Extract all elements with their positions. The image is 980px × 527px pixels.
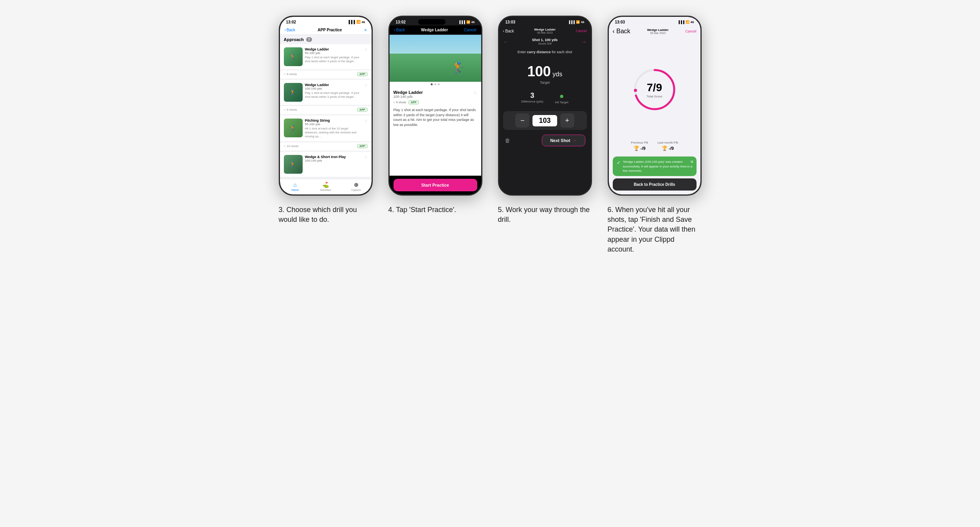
time-2: 13:02 — [396, 20, 406, 24]
wifi-icon-4: 📶 — [686, 20, 689, 24]
shot-label: Shot 1, 100 yds — [532, 38, 558, 42]
drill-item-3[interactable]: 🏌️ Pitching String 55-100 yds Hit 1 shot… — [280, 115, 372, 142]
next-shot-arrow[interactable]: → — [581, 39, 587, 45]
screen2-shots: 9 shots — [396, 101, 406, 104]
tab-activities-label: Activities — [320, 189, 331, 191]
last-month-pb-val: 🏆 -/9 — [662, 146, 674, 151]
screen3-header-bar: ‹ Back Wedge Ladder 06 Mar 2023 Cancel — [499, 25, 591, 36]
drill-name-1: Wedge Ladder — [305, 47, 362, 51]
back-button-1[interactable]: ‹ Back — [285, 28, 296, 32]
drill-thumb-3: 🏌️ — [284, 119, 303, 137]
check-icon: ✓ — [617, 160, 621, 165]
dot-2 — [434, 83, 436, 85]
back-button-3[interactable]: ‹ Back — [503, 29, 514, 33]
next-shot-label: Next Shot — [550, 138, 570, 143]
decrement-button[interactable]: − — [515, 113, 529, 128]
cancel-button-2[interactable]: Cancel — [464, 28, 476, 32]
delete-button[interactable]: 🗑 — [505, 137, 510, 144]
screen2-desc: Play 1 shot at each target yardage. If y… — [393, 108, 477, 127]
screen2-shots-row: ○ 9 shots APP — [393, 100, 477, 104]
stat-diff-val: 3 — [530, 92, 534, 100]
tab-home[interactable]: ⌂ Home — [280, 182, 310, 191]
screen3-drill-title: Wedge Ladder — [514, 28, 576, 31]
shot-nav-bar: ← Shot 1, 100 yds Score 5/9 → — [499, 36, 591, 47]
screen3-content: Enter carry distance for each shot 100 y… — [499, 47, 591, 194]
caption-4: 6. When you've hit all your shots, tap '… — [608, 205, 702, 254]
dot-3 — [438, 83, 440, 85]
screen2-info: Wedge Ladder 100-140 yds ☆ ○ 9 shots APP… — [390, 87, 481, 176]
back-button-2[interactable]: ‹ Back — [394, 28, 405, 32]
drill-meta-3: ○ 10 shots APP — [280, 142, 372, 151]
screen2-name-range: Wedge Ladder 100-140 yds — [393, 90, 423, 99]
nav-menu-icon[interactable]: ≡ — [365, 28, 367, 32]
golfer-img-3: 🏌️ — [284, 119, 303, 137]
input-value[interactable]: 103 — [532, 115, 557, 126]
back-to-drills-button[interactable]: Back to Practice Drills — [613, 178, 697, 191]
app-badge-1: APP — [357, 72, 367, 76]
next-shot-button[interactable]: Next Shot → — [542, 135, 585, 146]
carry-instruction: Enter carry distance for each shot — [499, 47, 591, 57]
time-4: 13:03 — [615, 20, 625, 24]
target-label: Target — [540, 81, 550, 85]
drill-item-2[interactable]: 🏌️ Wedge Ladder 100-140 yds Play 1 shot … — [280, 80, 372, 105]
drill-star-1[interactable]: ☆ — [364, 47, 368, 66]
increment-button[interactable]: + — [560, 113, 574, 128]
screen2-star[interactable]: ☆ — [473, 90, 477, 95]
screen4-drill-title: Wedge Ladder — [630, 28, 686, 32]
drill-name-2: Wedge Ladder — [305, 83, 362, 87]
drill-info-4: Wedge & Short Iron Play 100-140 yds — [303, 155, 364, 174]
last-month-pb-label: Last month PB — [657, 141, 678, 144]
back-button-4[interactable]: ‹ Back — [613, 28, 630, 35]
dot-1 — [431, 83, 433, 85]
caption-1: 3. Choose which drill you would like to … — [279, 205, 373, 225]
target-yards: 100 — [527, 63, 551, 79]
prev-shot-arrow[interactable]: ← — [503, 39, 509, 45]
cancel-button-4[interactable]: Cancel — [685, 29, 696, 33]
toast-text: 'Wedge Ladder (100-140 yds)' was created… — [623, 160, 693, 173]
nav-bar-1: ‹ Back APP Practice ≡ — [280, 25, 372, 35]
drill-star-2[interactable]: ☆ — [364, 83, 368, 102]
start-practice-button[interactable]: Start Practice — [393, 179, 477, 191]
drill-info-1: Wedge Ladder 50-100 yds Play 1 shot at e… — [303, 47, 364, 66]
prev-pb-label: Previous PB — [631, 141, 648, 144]
drill-desc-1: Play 1 shot at each target yardage. If y… — [305, 56, 362, 63]
app-badge-2: APP — [357, 108, 367, 112]
golf-video-2: 🏌️ — [390, 35, 481, 82]
phone-frame-4: 13:03 ▐▐▐ 📶 46 ‹ Back Wedge Ladder 06 Ma… — [608, 16, 702, 196]
cancel-button-3[interactable]: Cancel — [576, 29, 587, 33]
tab-capture[interactable]: ⊕ Capture — [341, 182, 372, 191]
battery-icon-3: 46 — [581, 20, 585, 24]
total-score-label: Total Score — [646, 94, 662, 98]
tab-activities[interactable]: ⛳ Activities — [310, 182, 341, 191]
success-toast: ✓ 'Wedge Ladder (100-140 yds)' was creat… — [613, 156, 697, 176]
stat-hit-label: Hit Target — [555, 101, 569, 104]
toast-close-button[interactable]: ✕ — [690, 160, 693, 164]
score-total: 9 — [656, 81, 662, 93]
drill-desc-2: Play 1 shot at each target yardage. If y… — [305, 91, 362, 99]
shot-score: Score 5/9 — [532, 42, 558, 45]
drill-item-4[interactable]: 🏌️ Wedge & Short Iron Play 100-140 yds ☆ — [280, 152, 372, 177]
drill-name-3: Pitching String — [305, 119, 362, 122]
shots-label-3: ○ 10 shots — [284, 144, 299, 148]
screen4-header-bar: ‹ Back Wedge Ladder 06 Mar 2023 Cancel — [609, 25, 700, 37]
status-bar-1: 13:02 ▐▐▐ 📶 46 — [280, 17, 372, 25]
drill-star-4[interactable]: ☆ — [364, 155, 368, 174]
drill-info-2: Wedge Ladder 100-140 yds Play 1 shot at … — [303, 83, 364, 102]
phone-frame-3: 13:03 ▐▐▐ 📶 46 ‹ Back Wedge Ladder 06 Ma… — [498, 16, 592, 196]
screen1-content: Approach 7 🏌️ Wedge Ladder 50-100 yds Pl… — [280, 35, 372, 179]
drill-range-4: 100-140 yds — [305, 159, 362, 162]
signal-icon-3: ▐▐▐ — [568, 20, 575, 24]
nav-bar-2: ‹ Back Wedge Ladder Cancel — [390, 25, 481, 35]
signal-icon-2: ▐▐▐ — [458, 20, 465, 24]
screen3-date: 06 Mar 2023 — [514, 31, 576, 34]
drill-star-3[interactable]: ☆ — [364, 119, 368, 138]
score-section: 7/9 Total Score — [631, 66, 678, 113]
nav-title-2: Wedge Ladder — [405, 28, 464, 32]
prev-pb-val: 🏆 -/9 — [633, 146, 646, 151]
screen4-date: 06 Mar 2023 — [630, 32, 686, 34]
score-circle-container: 7/9 Total Score — [609, 37, 700, 138]
golfer-img-4: 🏌️ — [284, 155, 303, 174]
drill-item-1[interactable]: 🏌️ Wedge Ladder 50-100 yds Play 1 shot a… — [280, 44, 372, 70]
signal-icon: ▐▐▐ — [347, 20, 355, 24]
phone-inner-4: 13:03 ▐▐▐ 📶 46 ‹ Back Wedge Ladder 06 Ma… — [609, 17, 700, 194]
